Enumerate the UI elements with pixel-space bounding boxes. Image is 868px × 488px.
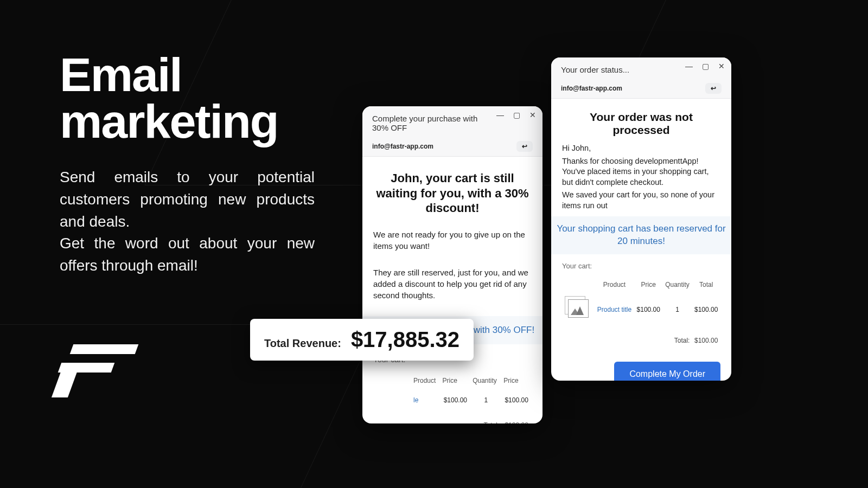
product-link[interactable]: le xyxy=(411,388,440,413)
table-header-row: Product Price Quantity Total xyxy=(562,278,720,292)
total-row: Total: $100.00 xyxy=(562,327,720,352)
close-icon[interactable]: ✕ xyxy=(528,111,537,119)
email1-from: info@fastr-app.com xyxy=(372,143,433,150)
email2-cart-label: Your cart: xyxy=(562,262,720,270)
email1-para2: They are still reserved, just for you, a… xyxy=(373,267,532,301)
total-label: Total: xyxy=(470,413,501,424)
col-quantity: Quantity xyxy=(663,278,692,292)
minimize-icon[interactable]: — xyxy=(496,111,505,119)
email1-body: John, your cart is still waiting for you… xyxy=(362,157,542,423)
hero-paragraph: Send emails to your potential customers … xyxy=(60,166,315,277)
col-product: Product xyxy=(411,374,440,388)
email2-cart-table: Product Price Quantity Total Product tit… xyxy=(562,278,720,352)
product-image-placeholder xyxy=(562,292,595,327)
col-price: Price xyxy=(634,278,663,292)
email2-greeting: Hi John, xyxy=(562,143,720,154)
window-controls: — ▢ ✕ xyxy=(496,111,537,119)
row-price: $100.00 xyxy=(634,292,663,327)
reply-icon[interactable]: ↩ xyxy=(705,83,722,94)
revenue-label: Total Revenue: xyxy=(264,337,341,350)
revenue-amount: $17,885.32 xyxy=(351,328,459,352)
window-controls: — ▢ ✕ xyxy=(685,62,726,70)
table-row: Product title $100.00 1 $100.00 xyxy=(562,292,720,327)
total-value: $100.00 xyxy=(692,327,720,352)
row-qty: 1 xyxy=(470,388,501,413)
email1-header: — ▢ ✕ Complete your purchase with 30% OF… xyxy=(362,106,542,157)
email2-header: — ▢ ✕ Your order status... info@fastr-ap… xyxy=(551,57,731,99)
email2-banner: Your shopping cart has been reserved for… xyxy=(551,216,731,254)
row-qty: 1 xyxy=(663,292,692,327)
col-product: Product xyxy=(595,278,634,292)
minimize-icon[interactable]: — xyxy=(685,62,693,70)
total-row: Total: $100.00 xyxy=(373,413,532,424)
total-value: $100.00 xyxy=(501,413,532,424)
table-header-row: Product Price Quantity Price xyxy=(373,374,532,388)
email2-para1: Thanks for choosing developmenttApp! You… xyxy=(562,156,720,188)
email-preview-order-status: — ▢ ✕ Your order status... info@fastr-ap… xyxy=(551,57,731,381)
email1-cart-table: Product Price Quantity Price le $100.00 … xyxy=(373,374,532,424)
email2-from: info@fastr-app.com xyxy=(561,85,622,92)
email1-para1: We are not ready for you to give up on t… xyxy=(373,229,532,252)
table-row: le $100.00 1 $100.00 xyxy=(373,388,532,413)
email2-para2: We saved your cart for you, so none of y… xyxy=(562,190,720,211)
email-preview-discount: — ▢ ✕ Complete your purchase with 30% OF… xyxy=(362,106,542,423)
col-quantity: Quantity xyxy=(470,374,501,388)
fastr-logo-icon xyxy=(60,344,130,399)
col-total: Total xyxy=(692,278,720,292)
row-line-price: $100.00 xyxy=(501,388,532,413)
col-price: Price xyxy=(440,374,470,388)
reply-icon[interactable]: ↩ xyxy=(516,141,533,152)
row-total: $100.00 xyxy=(692,292,720,327)
hero-title: Email marketing xyxy=(60,52,315,145)
hero-title-line2: marketing xyxy=(60,94,278,148)
maximize-icon[interactable]: ▢ xyxy=(512,111,521,119)
revenue-card: Total Revenue: $17,885.32 xyxy=(250,319,474,361)
email1-heading: John, your cart is still waiting for you… xyxy=(373,171,532,216)
complete-order-button[interactable]: Complete My Order xyxy=(614,362,720,381)
maximize-icon[interactable]: ▢ xyxy=(701,62,710,70)
email2-body: Your order was not processed Hi John, Th… xyxy=(551,99,731,381)
col-line-price: Price xyxy=(501,374,532,388)
product-link[interactable]: Product title xyxy=(595,292,634,327)
email2-heading: Your order was not processed xyxy=(562,111,720,137)
hero-section: Email marketing Send emails to your pote… xyxy=(60,52,315,277)
row-price: $100.00 xyxy=(440,388,470,413)
hero-title-line1: Email xyxy=(60,48,182,101)
close-icon[interactable]: ✕ xyxy=(717,62,726,70)
total-label: Total: xyxy=(663,327,692,352)
